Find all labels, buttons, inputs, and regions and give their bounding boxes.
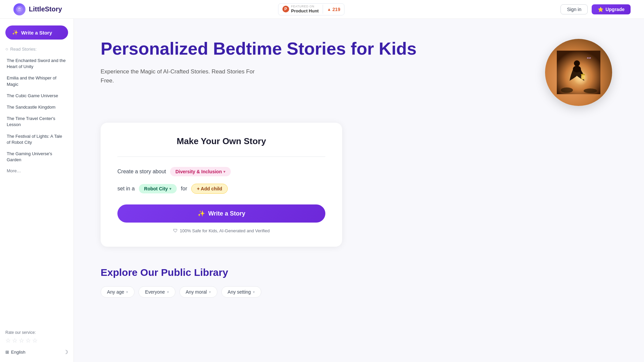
sidebar-story-item[interactable]: The Time Travel Center's Lesson bbox=[5, 113, 68, 130]
filter-audience-label: Everyone bbox=[145, 289, 165, 295]
set-in-label: set in a bbox=[117, 186, 135, 192]
upgrade-button[interactable]: ⭐ Upgrade bbox=[592, 4, 631, 14]
star-4[interactable]: ☆ bbox=[25, 337, 31, 344]
safe-text: 100% Safe for Kids, AI-Generated and Ver… bbox=[180, 228, 270, 233]
shield-icon: 🛡 bbox=[173, 228, 178, 233]
upgrade-label: Upgrade bbox=[605, 7, 625, 12]
filter-age-chevron-icon: ▾ bbox=[126, 290, 128, 294]
location-tag[interactable]: Robot City ▾ bbox=[139, 184, 177, 193]
topic-tag[interactable]: Diversity & Inclusion ▾ bbox=[170, 167, 231, 176]
sidebar-story-item[interactable]: The Cubic Game Universe bbox=[5, 90, 68, 102]
star-rating[interactable]: ☆ ☆ ☆ ☆ ☆ bbox=[5, 337, 68, 344]
svg-point-10 bbox=[561, 87, 573, 93]
svg-point-5 bbox=[574, 60, 580, 66]
ph-vote-count: 219 bbox=[332, 7, 340, 12]
sidebar-write-story-button[interactable]: ✨ Write a Story bbox=[5, 25, 68, 40]
svg-point-9 bbox=[581, 75, 585, 79]
hero-illustration bbox=[557, 51, 600, 94]
lang-row: ⊞ English ☽ bbox=[5, 349, 68, 355]
star-5[interactable]: ☆ bbox=[32, 337, 38, 344]
location-tag-label: Robot City bbox=[144, 186, 168, 191]
logo-text: LittleStory bbox=[29, 5, 62, 13]
library-title: Explore Our Public Library bbox=[101, 267, 342, 278]
filter-moral-label: Any moral bbox=[186, 289, 207, 295]
card-divider bbox=[117, 157, 325, 157]
add-child-tag[interactable]: + Add child bbox=[191, 184, 228, 194]
product-hunt-badge[interactable]: P FEATURED ON Product Hunt ▲ 219 bbox=[278, 3, 345, 15]
logo[interactable]: LittleStory bbox=[13, 3, 62, 15]
filter-setting-label: Any setting bbox=[228, 289, 251, 295]
card-title: Make Your Own Story bbox=[117, 136, 325, 146]
write-story-main-button[interactable]: ✨ Write a Story bbox=[117, 204, 325, 223]
language-label: English bbox=[11, 350, 25, 355]
svg-point-1 bbox=[18, 9, 21, 11]
sidebar-more-link[interactable]: More… bbox=[5, 166, 68, 176]
sidebar-bottom: Rate our service: ☆ ☆ ☆ ☆ ☆ ⊞ English ☽ bbox=[5, 323, 68, 355]
topic-tag-label: Diversity & Inclusion bbox=[175, 169, 222, 174]
read-stories-text: Read Stories: bbox=[10, 47, 37, 52]
sidebar: ✨ Write a Story ○ Read Stories: The Ench… bbox=[0, 19, 74, 362]
filter-setting-chevron-icon: ▾ bbox=[253, 290, 255, 294]
filter-audience[interactable]: Everyone ▾ bbox=[139, 286, 175, 298]
nav-center: P FEATURED ON Product Hunt ▲ 219 bbox=[278, 3, 345, 15]
filter-row: Any age ▾ Everyone ▾ Any moral ▾ Any set… bbox=[101, 286, 342, 298]
sidebar-story-item[interactable]: The Festival of Lights: A Tale of Robot … bbox=[5, 131, 68, 148]
grid-icon: ⊞ bbox=[5, 350, 9, 355]
svg-rect-7 bbox=[581, 74, 585, 75]
sign-in-button[interactable]: Sign in bbox=[560, 4, 588, 14]
ph-text: FEATURED ON Product Hunt bbox=[291, 5, 319, 13]
library-section: Explore Our Public Library Any age ▾ Eve… bbox=[101, 267, 342, 298]
filter-audience-chevron-icon: ▾ bbox=[167, 290, 169, 294]
hero-image-area bbox=[540, 39, 617, 106]
sidebar-story-item[interactable]: Emilia and the Whisper of Magic bbox=[5, 72, 68, 90]
language-button[interactable]: ⊞ English bbox=[5, 350, 25, 355]
location-chevron-icon: ▾ bbox=[169, 187, 171, 191]
sidebar-wand-icon: ✨ bbox=[12, 29, 18, 36]
sidebar-story-item[interactable]: The Gaming Universe's Garden bbox=[5, 148, 68, 166]
hero-title: Personalized Bedtime Stories for Kids bbox=[101, 39, 527, 59]
logo-icon bbox=[13, 3, 25, 15]
hero-subtitle: Experience the Magic of AI-Crafted Stori… bbox=[101, 67, 268, 85]
filter-age[interactable]: Any age ▾ bbox=[101, 286, 135, 298]
for-label: for bbox=[181, 186, 187, 192]
location-row: set in a Robot City ▾ for + Add child bbox=[117, 184, 325, 194]
svg-point-11 bbox=[584, 88, 597, 93]
filter-age-label: Any age bbox=[107, 289, 124, 295]
sidebar-story-item[interactable]: The Enchanted Sword and the Heart of Uni… bbox=[5, 55, 68, 72]
hero-image bbox=[545, 39, 612, 106]
topic-chevron-icon: ▾ bbox=[223, 170, 225, 174]
ph-count: ▲ 219 bbox=[323, 7, 344, 12]
filter-moral[interactable]: Any moral ▾ bbox=[179, 286, 217, 298]
circle-icon: ○ bbox=[5, 46, 8, 52]
safe-label: 🛡 100% Safe for Kids, AI-Generated and V… bbox=[117, 228, 325, 233]
ph-arrow-icon: ▲ bbox=[327, 7, 331, 12]
sidebar-write-story-label: Write a Story bbox=[21, 30, 52, 36]
nav-right: Sign in ⭐ Upgrade bbox=[560, 4, 631, 14]
main-content: Personalized Bedtime Stories for Kids Ex… bbox=[74, 19, 644, 362]
write-wand-icon: ✨ bbox=[198, 210, 205, 217]
moon-icon: ☽ bbox=[63, 349, 68, 355]
filter-moral-chevron-icon: ▾ bbox=[209, 290, 211, 294]
hero-section: Personalized Bedtime Stories for Kids Ex… bbox=[101, 39, 617, 106]
star-2[interactable]: ☆ bbox=[12, 337, 17, 344]
story-maker-card: Make Your Own Story Create a story about… bbox=[101, 123, 342, 247]
sidebar-story-list: The Enchanted Sword and the Heart of Uni… bbox=[5, 55, 68, 166]
main-layout: ✨ Write a Story ○ Read Stories: The Ench… bbox=[0, 19, 644, 362]
ph-left: P FEATURED ON Product Hunt bbox=[278, 5, 323, 13]
sidebar-story-item[interactable]: The Sandcastle Kingdom bbox=[5, 102, 68, 113]
star-3[interactable]: ☆ bbox=[19, 337, 24, 344]
dark-mode-button[interactable]: ☽ bbox=[63, 349, 68, 355]
filter-setting[interactable]: Any setting ▾ bbox=[221, 286, 261, 298]
add-child-label: + Add child bbox=[197, 186, 222, 191]
read-stories-label: ○ Read Stories: bbox=[5, 46, 68, 52]
rate-service-label: Rate our service: bbox=[5, 330, 68, 335]
topic-row: Create a story about Diversity & Inclusi… bbox=[117, 167, 325, 176]
write-story-main-label: Write a Story bbox=[208, 210, 246, 217]
ph-logo-icon: P bbox=[282, 6, 289, 12]
top-navigation: LittleStory P FEATURED ON Product Hunt ▲… bbox=[0, 0, 644, 19]
ph-name-label: Product Hunt bbox=[291, 8, 319, 14]
star-1[interactable]: ☆ bbox=[5, 337, 11, 344]
create-label: Create a story about bbox=[117, 169, 166, 175]
story-options: Create a story about Diversity & Inclusi… bbox=[117, 167, 325, 194]
ph-featured-label: FEATURED ON bbox=[291, 5, 319, 8]
